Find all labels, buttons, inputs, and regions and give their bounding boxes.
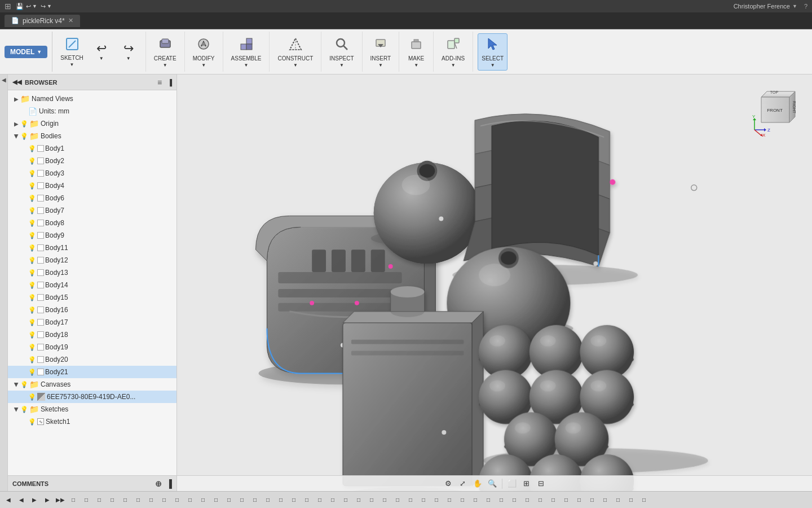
body9-checkbox[interactable] (37, 232, 44, 239)
status-btn-31[interactable]: □ (404, 494, 417, 506)
tree-item-body9[interactable]: 💡 Body9 (8, 229, 176, 242)
body1-checkbox[interactable] (37, 145, 44, 152)
tree-item-units[interactable]: 📄 Units: mm (8, 105, 176, 117)
sketch-button[interactable]: SKETCH ▼ (57, 34, 87, 69)
assemble-button[interactable]: ASSEMBLE ▼ (228, 34, 265, 70)
body11-checkbox[interactable] (37, 244, 44, 251)
body7-checkbox[interactable] (37, 207, 44, 214)
status-btn-39[interactable]: □ (508, 494, 520, 506)
comments-add-icon[interactable]: ⊕ (155, 479, 162, 488)
body16-checkbox[interactable] (37, 306, 44, 313)
file-tab[interactable]: 📄 pickleRick v4* ✕ (5, 15, 80, 27)
tree-item-body18[interactable]: 💡 Body18 (8, 329, 176, 341)
status-btn-17[interactable]: □ (223, 494, 235, 506)
tree-item-sketches[interactable]: ▶ 💡 📁 Sketches (8, 403, 176, 415)
tree-item-body8[interactable]: 💡 Body8 (8, 217, 176, 229)
undo-icon[interactable]: ↩ (26, 3, 31, 10)
tree-item-body6[interactable]: 💡 Body6 (8, 192, 176, 204)
status-btn-1[interactable]: ◀ (15, 494, 28, 506)
tree-item-origin[interactable]: ▶ 💡 📁 Origin (8, 117, 176, 130)
body3-checkbox[interactable] (37, 170, 44, 177)
body12-checkbox[interactable] (37, 257, 44, 264)
tab-close-icon[interactable]: ✕ (68, 17, 73, 24)
status-btn-49[interactable]: □ (638, 494, 650, 506)
status-btn-47[interactable]: □ (612, 494, 624, 506)
body18-checkbox[interactable] (37, 331, 44, 338)
redo-arrow[interactable]: ▼ (47, 3, 52, 9)
status-btn-36[interactable]: □ (469, 494, 482, 506)
undo-arrow[interactable]: ▼ (32, 3, 37, 9)
redo-button[interactable]: ↪ ▼ (116, 40, 141, 63)
body19-checkbox[interactable] (37, 344, 44, 351)
tree-item-body21[interactable]: 💡 Body21 (8, 366, 176, 378)
status-btn-8[interactable]: □ (106, 494, 118, 506)
body14-checkbox[interactable] (37, 282, 44, 288)
body6-checkbox[interactable] (37, 195, 44, 202)
help-icon[interactable]: ? (804, 3, 807, 10)
tree-item-body3[interactable]: 💡 Body3 (8, 167, 176, 179)
tree-item-body17[interactable]: 💡 Body17 (8, 316, 176, 329)
app-grid-icon[interactable]: ⊞ (5, 2, 11, 11)
modify-button[interactable]: MODIFY ▼ (189, 34, 218, 70)
expand-bodies[interactable]: ▶ (14, 132, 20, 140)
tree-item-body13[interactable]: 💡 Body13 (8, 266, 176, 279)
expand-origin[interactable]: ▶ (12, 121, 20, 127)
browser-options-icon[interactable]: ≡ (157, 78, 162, 87)
tree-item-body19[interactable]: 💡 Body19 (8, 341, 176, 353)
expand-sketches[interactable]: ▶ (14, 405, 20, 413)
body15-checkbox[interactable] (37, 294, 44, 301)
inspect-button[interactable]: INSPECT ▼ (326, 34, 357, 70)
tree-item-canvas1[interactable]: 💡 6EE75730-80E9-419D-AE0... (8, 391, 176, 403)
body17-checkbox[interactable] (37, 319, 44, 326)
status-btn-26[interactable]: □ (339, 494, 352, 506)
status-btn-21[interactable]: □ (275, 494, 287, 506)
display-settings-btn[interactable]: ⬜ (506, 478, 518, 490)
status-btn-18[interactable]: □ (236, 494, 248, 506)
zoom-btn[interactable]: 🔍 (486, 478, 498, 490)
expand-canvases[interactable]: ▶ (14, 380, 20, 388)
comments-resize-icon[interactable]: ▐ (166, 479, 172, 488)
status-btn-35[interactable]: □ (456, 494, 469, 506)
view-cube[interactable]: TOP FRONT RIGHT Z Y X (750, 86, 801, 137)
status-btn-15[interactable]: □ (197, 494, 209, 506)
status-btn-6[interactable]: □ (80, 494, 92, 506)
status-btn-46[interactable]: □ (599, 494, 611, 506)
insert-button[interactable]: INSERT ▼ (367, 34, 395, 70)
status-btn-30[interactable]: □ (391, 494, 404, 506)
redo-icon[interactable]: ↪ (41, 3, 46, 10)
tree-item-body14[interactable]: 💡 Body14 (8, 279, 176, 291)
status-btn-4[interactable]: ▶▶ (54, 494, 67, 506)
status-btn-12[interactable]: □ (158, 494, 170, 506)
status-btn-29[interactable]: □ (378, 494, 391, 506)
tree-item-body15[interactable]: 💡 Body15 (8, 291, 176, 304)
status-btn-19[interactable]: □ (249, 494, 261, 506)
body20-checkbox[interactable] (37, 356, 44, 363)
tree-item-body7[interactable]: 💡 Body7 (8, 204, 176, 217)
status-btn-7[interactable]: □ (93, 494, 105, 506)
status-btn-10[interactable]: □ (132, 494, 144, 506)
view-settings-btn[interactable]: ⚙ (442, 478, 454, 490)
status-btn-5[interactable]: □ (67, 494, 80, 506)
tree-item-body11[interactable]: 💡 Body11 (8, 242, 176, 254)
status-btn-44[interactable]: □ (573, 494, 585, 506)
status-btn-3[interactable]: ▶ (41, 494, 54, 506)
expand-named-views[interactable]: ▶ (12, 96, 20, 102)
tree-item-named-views[interactable]: ▶ 📁 Named Views (8, 93, 176, 105)
status-btn-23[interactable]: □ (301, 494, 313, 506)
status-btn-14[interactable]: □ (184, 494, 196, 506)
tree-item-body16[interactable]: 💡 Body16 (8, 304, 176, 316)
undo-button[interactable]: ↩ ▼ (89, 40, 114, 63)
edge-left-arrow[interactable]: ◀ (2, 77, 6, 83)
status-btn-45[interactable]: □ (586, 494, 598, 506)
status-btn-38[interactable]: □ (495, 494, 508, 506)
viewport[interactable]: TOP FRONT RIGHT Z Y X ⚙ ⤢ ✋ 🔍 (177, 75, 812, 491)
body4-checkbox[interactable] (37, 182, 44, 189)
status-btn-33[interactable]: □ (430, 494, 443, 506)
create-button[interactable]: CREATE ▼ (151, 34, 180, 70)
fit-view-btn[interactable]: ⤢ (457, 478, 469, 490)
status-btn-0[interactable]: ◀ (2, 494, 15, 506)
grid-btn[interactable]: ⊞ (520, 478, 533, 490)
body2-checkbox[interactable] (37, 157, 44, 164)
status-btn-20[interactable]: □ (262, 494, 274, 506)
tree-item-sketch1[interactable]: 💡 ∿ Sketch1 (8, 415, 176, 428)
